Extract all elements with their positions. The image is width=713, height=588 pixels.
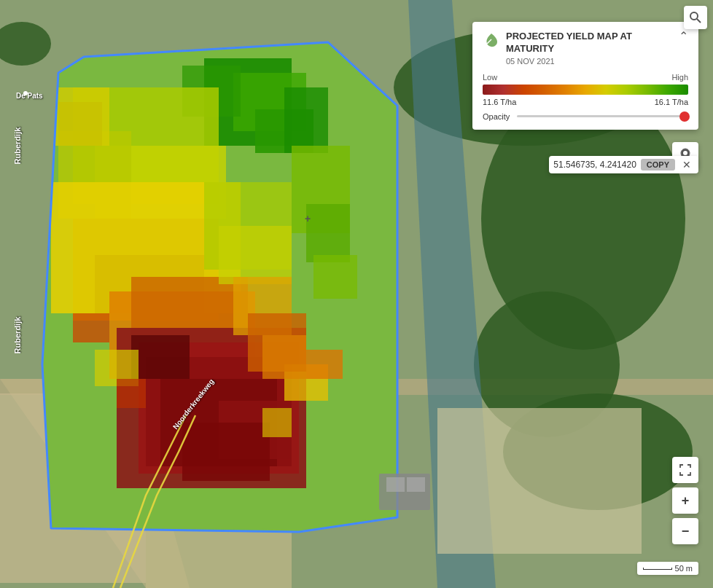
collapse-button[interactable]: ⌃ xyxy=(679,31,688,42)
opacity-slider-track[interactable] xyxy=(517,115,688,117)
zoom-out-icon: − xyxy=(682,524,690,539)
svg-line-62 xyxy=(697,19,701,23)
search-button[interactable] xyxy=(684,6,707,29)
scale-label: 50 m xyxy=(675,564,693,573)
svg-text:Ruberdijk: Ruberdijk xyxy=(13,316,22,354)
value-min: 11.6 T/ha xyxy=(483,98,516,106)
svg-rect-39 xyxy=(306,350,343,379)
svg-point-55 xyxy=(23,91,28,95)
color-gradient-bar xyxy=(483,85,688,95)
opacity-row: Opacity xyxy=(483,112,688,121)
zoom-in-button[interactable]: + xyxy=(672,487,698,514)
svg-rect-59 xyxy=(407,477,425,492)
copy-button[interactable]: COPY xyxy=(641,159,675,170)
svg-rect-44 xyxy=(219,226,292,284)
coord-close-button[interactable]: ✕ xyxy=(679,159,694,170)
svg-point-60 xyxy=(683,151,687,155)
panel-title: PROJECTED YIELD MAP AT MATURITY xyxy=(506,31,673,55)
panel-date: 05 NOV 2021 xyxy=(506,57,673,66)
svg-text:De Pats: De Pats xyxy=(16,92,43,100)
zoom-out-button[interactable]: − xyxy=(672,518,698,544)
svg-rect-18 xyxy=(284,87,328,153)
search-icon xyxy=(689,11,702,24)
svg-rect-36 xyxy=(262,408,292,437)
panel-title-group: PROJECTED YIELD MAP AT MATURITY 05 NOV 2… xyxy=(483,31,673,66)
legend-label-row: Low High xyxy=(483,73,688,82)
yield-icon xyxy=(483,32,500,50)
svg-rect-10 xyxy=(437,408,642,554)
zoom-in-icon: + xyxy=(682,493,690,509)
opacity-label: Opacity xyxy=(483,112,510,121)
coordinates-text: 51.546735, 4.241420 xyxy=(553,160,636,170)
fullscreen-button[interactable] xyxy=(672,457,698,483)
svg-rect-42 xyxy=(313,255,357,299)
map-controls: + − xyxy=(672,457,698,544)
svg-rect-37 xyxy=(73,313,109,342)
opacity-slider-thumb[interactable] xyxy=(679,111,690,122)
legend-high-label: High xyxy=(671,73,688,82)
svg-rect-49 xyxy=(58,102,102,146)
svg-rect-58 xyxy=(386,477,405,492)
panel-title-date-group: PROJECTED YIELD MAP AT MATURITY 05 NOV 2… xyxy=(506,31,673,66)
fullscreen-icon xyxy=(679,463,692,477)
coordinate-bar: 51.546735, 4.241420 COPY ✕ xyxy=(549,156,698,173)
svg-rect-41 xyxy=(306,204,350,262)
map-container: Ruberdijk Ruberdijk Noorderkreekweg De P… xyxy=(0,0,713,588)
panel-header: PROJECTED YIELD MAP AT MATURITY 05 NOV 2… xyxy=(483,31,688,66)
scale-line xyxy=(643,568,672,570)
svg-rect-47 xyxy=(262,335,306,379)
opacity-slider-container[interactable] xyxy=(517,115,688,117)
svg-rect-38 xyxy=(117,379,146,408)
value-row: 11.6 T/ha 16.1 T/ha xyxy=(483,98,688,106)
legend-low-label: Low xyxy=(483,73,497,82)
svg-text:Ruberdijk: Ruberdijk xyxy=(13,127,22,165)
value-max: 16.1 T/ha xyxy=(655,98,688,106)
svg-rect-31 xyxy=(131,335,190,379)
svg-point-61 xyxy=(690,12,698,20)
svg-rect-33 xyxy=(182,423,270,481)
svg-text:+: + xyxy=(305,213,311,224)
info-panel: PROJECTED YIELD MAP AT MATURITY 05 NOV 2… xyxy=(472,22,698,130)
scale-bar: 50 m xyxy=(637,562,698,575)
